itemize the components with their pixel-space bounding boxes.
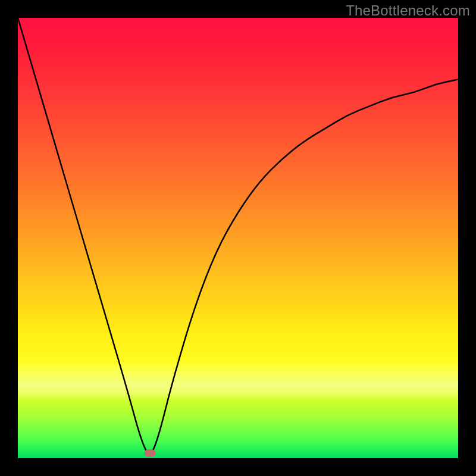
plot-area bbox=[18, 18, 458, 458]
curve-svg bbox=[18, 18, 458, 458]
minimum-marker bbox=[145, 449, 155, 457]
chart-frame: TheBottleneck.com bbox=[0, 0, 476, 476]
bottleneck-curve-path bbox=[18, 18, 458, 453]
watermark-label: TheBottleneck.com bbox=[346, 2, 470, 19]
